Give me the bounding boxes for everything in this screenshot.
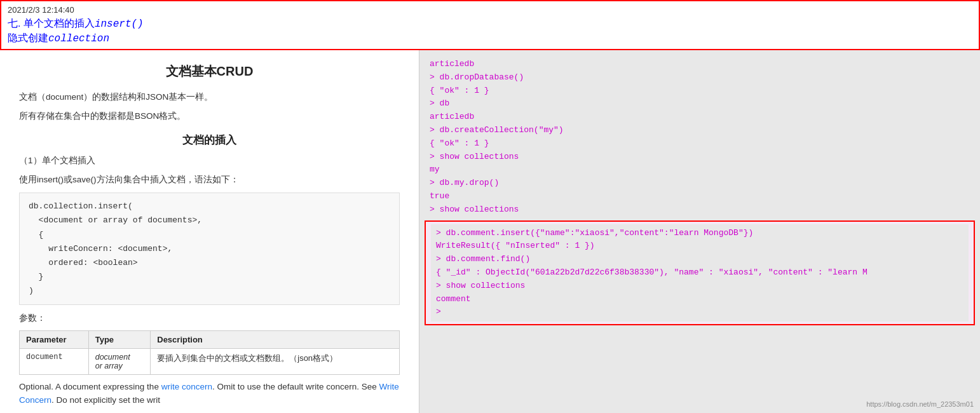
title-line: 七. 单个文档的插入insert() [8, 17, 972, 30]
right-panel: articledb > db.dropDatabase() { "ok" : 1… [419, 50, 980, 413]
main-heading: 文档基本CRUD [19, 63, 400, 80]
col-parameter: Parameter [20, 330, 89, 348]
top-header: 2021/2/3 12:14:40 七. 单个文档的插入insert() 隐式创… [0, 0, 980, 50]
col-type: Type [88, 330, 151, 348]
subtitle-prefix: 隐式创建 [8, 32, 48, 43]
params-table: Parameter Type Description document docu… [19, 330, 400, 375]
highlight-content: > db.comment.insert({"name":"xiaosi","co… [431, 224, 969, 322]
watermark: https://blog.csdn.net/m_22353m01 [866, 400, 974, 408]
write-concern-link[interactable]: write concern [161, 382, 212, 391]
params-label: 参数： [19, 311, 400, 325]
code-block: db.collection.insert( <document or array… [19, 193, 400, 305]
terminal-pre-highlight: articledb > db.dropDatabase() { "ok" : 1… [425, 55, 975, 219]
insert-heading: 文档的插入 [19, 133, 400, 147]
timestamp: 2021/2/3 12:14:40 [8, 5, 972, 15]
highlighted-terminal: > db.comment.insert({"name":"xiaosi","co… [425, 220, 975, 326]
optional-text: Optional. A document expressing the writ… [19, 380, 400, 407]
intro1: 文档（document）的数据结构和JSON基本一样。 [19, 90, 400, 104]
step1-desc: 使用insert()或save()方法向集合中插入文档，语法如下： [19, 173, 400, 187]
col-description: Description [151, 330, 400, 348]
title-code: insert() [95, 18, 144, 30]
title-prefix: 七. 单个文档的插入 [8, 18, 95, 29]
table-row: document documentor array 要插入到集合中的文档或文档数… [20, 348, 400, 374]
intro2: 所有存储在集合中的数据都是BSON格式。 [19, 109, 400, 123]
table-header-row: Parameter Type Description [20, 330, 400, 348]
param-type: documentor array [88, 348, 151, 374]
param-desc: 要插入到集合中的文档或文档数组。（json格式） [151, 348, 400, 374]
main-content: 文档基本CRUD 文档（document）的数据结构和JSON基本一样。 所有存… [0, 50, 980, 413]
param-name: document [20, 348, 89, 374]
left-panel: 文档基本CRUD 文档（document）的数据结构和JSON基本一样。 所有存… [0, 50, 419, 413]
step1-label: （1）单个文档插入 [19, 154, 400, 168]
subtitle-line: 隐式创建collection [8, 32, 972, 45]
subtitle-code: collection [48, 33, 109, 44]
